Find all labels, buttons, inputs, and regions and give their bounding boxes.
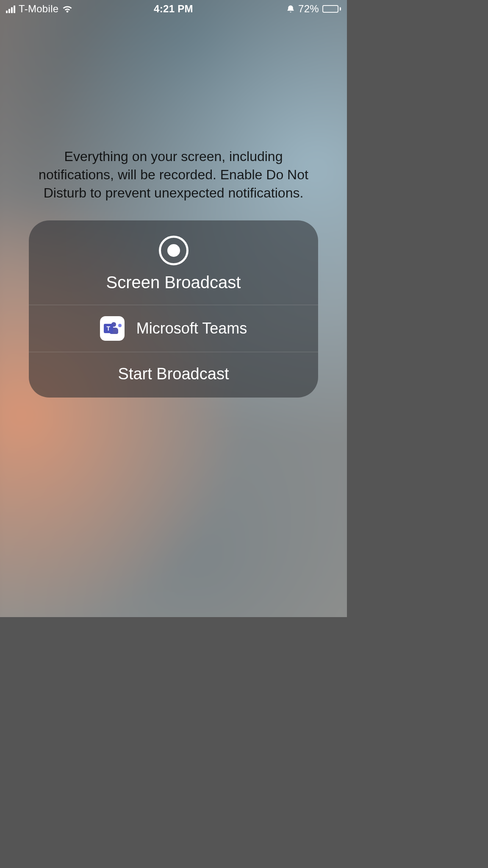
start-broadcast-button[interactable]: Start Broadcast [29, 352, 318, 398]
broadcast-panel: Screen Broadcast T Microsoft Teams Start… [29, 220, 318, 398]
teams-tile-letter: T [104, 324, 113, 333]
wifi-icon [62, 5, 73, 13]
microsoft-teams-icon: T [100, 316, 125, 341]
status-bar: T-Mobile 4:21 PM 72% [0, 0, 347, 18]
broadcast-app-name: Microsoft Teams [136, 320, 247, 337]
status-left: T-Mobile [6, 3, 73, 15]
broadcast-header: Screen Broadcast [29, 220, 318, 305]
broadcast-app-row[interactable]: T Microsoft Teams [29, 305, 318, 352]
broadcast-warning-text: Everything on your screen, including not… [0, 147, 347, 203]
battery-percent: 72% [298, 3, 319, 15]
battery-icon [322, 5, 341, 13]
alarm-icon [286, 5, 295, 13]
broadcast-title: Screen Broadcast [106, 273, 241, 292]
carrier-name: T-Mobile [19, 3, 58, 15]
status-right: 72% [286, 3, 341, 15]
record-icon [159, 236, 189, 265]
cellular-signal-icon [6, 5, 15, 13]
start-broadcast-label: Start Broadcast [118, 365, 229, 383]
